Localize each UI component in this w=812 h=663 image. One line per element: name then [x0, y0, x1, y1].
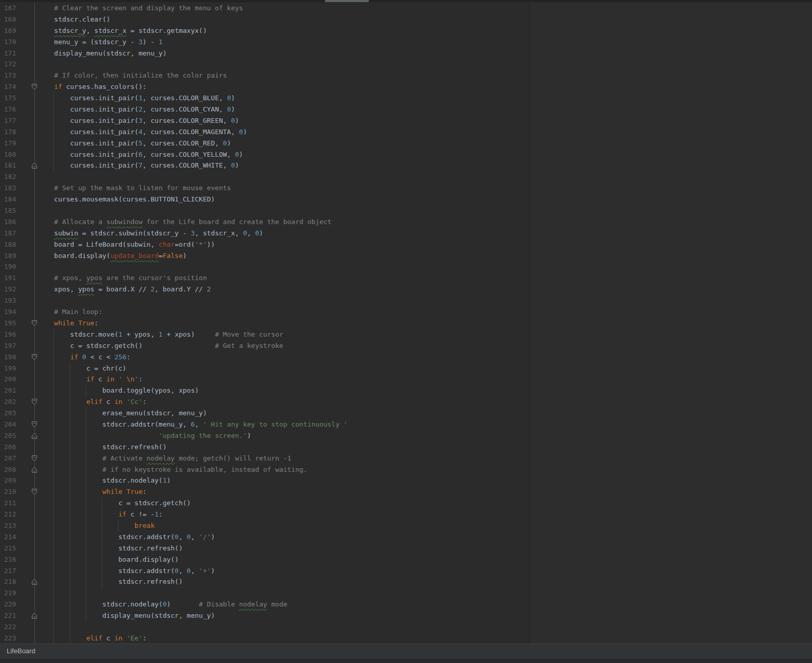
code-line[interactable]: 171 display_menu(stdscr, menu_y)	[0, 48, 812, 59]
code-token[interactable]: stdscr_x	[95, 27, 127, 34]
code-token[interactable]: 2	[207, 285, 211, 293]
code-line[interactable]: 201 board.toggle(ypos, xpos)	[0, 385, 812, 396]
code-token[interactable]: if	[54, 83, 62, 90]
code-line[interactable]: 216 board.display()	[0, 554, 812, 565]
code-text[interactable]: display_menu(stdscr, menu_y)	[38, 610, 215, 621]
code-token[interactable]: subwin	[54, 229, 78, 237]
code-text[interactable]: # Activate nodelay mode; getch() will re…	[38, 453, 291, 464]
code-token[interactable]	[38, 522, 135, 529]
code-text[interactable]: xpos, ypos = board.X // 2, board.Y // 2	[38, 284, 211, 295]
code-token[interactable]: 1	[155, 510, 159, 518]
horizontal-scrollbar[interactable]	[0, 0, 812, 2]
code-text[interactable]: menu_y = (stdscr_y - 3) - 1	[38, 36, 163, 48]
code-line[interactable]: 203 erase_menu(stdscr, menu_y)	[0, 408, 812, 419]
code-token[interactable]: ,	[247, 229, 255, 237]
code-token[interactable]: erase_menu(stdscr, menu_y)	[38, 409, 207, 417]
code-token[interactable]: curses.init_pair(	[38, 117, 139, 124]
code-token[interactable]	[115, 375, 119, 383]
code-editor[interactable]: 167 # Clear the screen and display the m…	[0, 0, 812, 643]
code-token[interactable]: nodelay	[146, 454, 175, 462]
code-token[interactable]: )	[166, 476, 171, 484]
fold-toggle-icon[interactable]	[31, 488, 37, 495]
code-token[interactable]: '/'	[199, 533, 211, 541]
code-text[interactable]: display_menu(stdscr, menu_y)	[38, 48, 166, 59]
code-token[interactable]: )	[231, 105, 235, 113]
code-token[interactable]: for the Life board and create the board …	[143, 218, 332, 226]
code-text[interactable]: if curses.has_colors():	[38, 81, 146, 93]
code-line[interactable]: 194 # Main loop:	[0, 306, 812, 318]
code-token[interactable]: curses.mousemask(curses.BUTTON1_CLICKED)	[38, 195, 215, 203]
code-token[interactable]: , board.Y //	[155, 285, 207, 293]
code-text[interactable]: curses.init_pair(6, curses.COLOR_YELLOW,…	[38, 149, 243, 160]
code-token[interactable]	[38, 375, 86, 383]
code-token[interactable]: \n	[126, 375, 135, 383]
code-text[interactable]: # Clear the screen and display the menu …	[38, 3, 243, 14]
code-text[interactable]: stdscr.addstr(menu_y, 6, ' Hit any key t…	[38, 419, 348, 430]
fold-toggle-icon[interactable]	[31, 162, 37, 169]
code-token[interactable]: 5	[139, 139, 143, 147]
code-text[interactable]: stdscr.refresh()	[38, 576, 183, 587]
code-token[interactable]: # Set up the mask to listen for mouse ev…	[38, 184, 231, 192]
code-line[interactable]: 219	[0, 587, 812, 599]
code-token[interactable]: '	[135, 375, 139, 383]
code-token[interactable]: stdscr.nodelay(	[38, 476, 163, 484]
code-text[interactable]: curses.init_pair(4, curses.COLOR_MAGENTA…	[38, 126, 247, 138]
code-token[interactable]: '+'	[199, 567, 211, 575]
code-token[interactable]	[38, 319, 54, 327]
code-token[interactable]: # Disable	[199, 600, 239, 608]
code-token[interactable]: + xpos)	[163, 330, 215, 338]
code-token[interactable]: , curses.COLOR_CYAN,	[143, 105, 227, 113]
code-text[interactable]: stdscr.refresh()	[38, 543, 183, 554]
code-token[interactable]: stdscr.refresh()	[38, 578, 183, 585]
code-text[interactable]: curses.init_pair(7, curses.COLOR_WHITE, …	[38, 160, 239, 171]
code-token[interactable]: )	[239, 151, 243, 158]
code-token[interactable]: break	[135, 522, 155, 529]
code-text[interactable]: # Main loop:	[38, 306, 102, 318]
code-line[interactable]: 210 while True:	[0, 486, 812, 498]
code-token[interactable]	[38, 27, 54, 34]
code-text[interactable]: # If color, then initialize the color pa…	[38, 70, 227, 81]
code-token[interactable]: # Move the cursor	[215, 330, 283, 338]
code-token[interactable]: 0	[243, 229, 247, 237]
code-text[interactable]: c = chr(c)	[38, 363, 126, 374]
code-token[interactable]: # Activate	[38, 454, 146, 462]
code-token[interactable]: if	[86, 375, 95, 383]
code-line[interactable]: 206 stdscr.refresh()	[0, 441, 812, 453]
code-token[interactable]: xpos,	[38, 285, 78, 293]
code-text[interactable]: stdscr_y, stdscr_x = stdscr.getmaxyx()	[38, 25, 207, 36]
code-line[interactable]: 207 # Activate nodelay mode; getch() wil…	[0, 453, 812, 464]
code-token[interactable]: c != -	[126, 510, 155, 518]
code-text[interactable]: curses.init_pair(2, curses.COLOR_CYAN, 0…	[38, 104, 235, 115]
code-token[interactable]: 0	[175, 567, 179, 575]
horizontal-scrollbar-thumb[interactable]	[325, 0, 369, 2]
code-text[interactable]: elif c in 'Ee':	[38, 633, 146, 643]
code-line[interactable]: 181 curses.init_pair(7, curses.COLOR_WHI…	[0, 160, 812, 171]
code-token[interactable]: c	[95, 375, 106, 383]
fold-toggle-icon[interactable]	[31, 455, 37, 462]
code-token[interactable]: = board.X //	[95, 285, 151, 293]
code-token[interactable]: 0	[82, 353, 86, 361]
code-token[interactable]: menu_y = (stdscr_y -	[38, 38, 139, 46]
code-token[interactable]: = stdscr.getmaxyx()	[126, 27, 207, 34]
code-token[interactable]	[38, 634, 86, 642]
code-token[interactable]: + ypos,	[122, 330, 158, 338]
code-token[interactable]: )	[227, 139, 231, 147]
code-line[interactable]: 178 curses.init_pair(4, curses.COLOR_MAG…	[0, 126, 812, 138]
code-token[interactable]: 0	[255, 229, 259, 237]
code-line[interactable]: 167 # Clear the screen and display the m…	[0, 3, 812, 14]
code-token[interactable]: curses.init_pair(	[38, 161, 139, 169]
code-token[interactable]: # xpos,	[38, 274, 86, 282]
code-token[interactable]: # Clear the screen and display the menu …	[38, 4, 243, 12]
code-line[interactable]: 173 # If color, then initialize the colo…	[0, 70, 812, 81]
code-token[interactable]: , curses.COLOR_YELLOW,	[143, 151, 235, 158]
code-token[interactable]: )	[211, 567, 215, 575]
code-line[interactable]: 170 menu_y = (stdscr_y - 3) - 1	[0, 36, 812, 48]
code-token[interactable]: curses.init_pair(	[38, 94, 139, 102]
code-token[interactable]: 4	[139, 128, 143, 136]
code-token[interactable]: 0	[175, 533, 179, 541]
code-token[interactable]: ))	[207, 241, 215, 248]
code-text[interactable]: erase_menu(stdscr, menu_y)	[38, 408, 207, 419]
code-text[interactable]: stdscr.move(1 + ypos, 1 + xpos) # Move t…	[38, 329, 283, 340]
code-token[interactable]: '*'	[195, 241, 206, 248]
code-line[interactable]: 184 curses.mousemask(curses.BUTTON1_CLIC…	[0, 194, 812, 205]
